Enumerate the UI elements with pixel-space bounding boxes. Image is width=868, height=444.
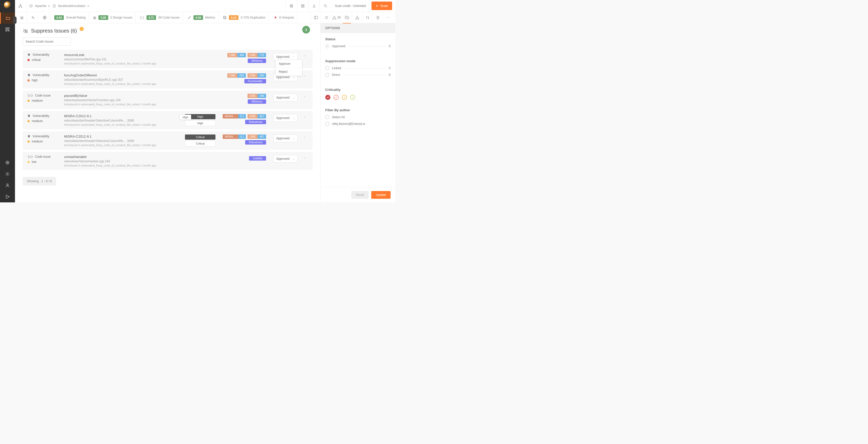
svg-point-11 [290, 5, 291, 5]
issue-path[interactable]: velox/expression/VectorFunction.cpp 104 [64, 98, 242, 102]
author-section-label: Filter By author [325, 108, 391, 112]
metric-overall[interactable]: 4.43Overall Rating [51, 12, 89, 23]
status-dropdown-menu: ApproveReject [275, 60, 302, 76]
svg-point-19 [292, 7, 293, 7]
update-button[interactable]: Update [371, 191, 391, 199]
search-icon[interactable] [319, 0, 331, 12]
info-icon[interactable]: i [80, 27, 84, 31]
grid-icon-2[interactable] [297, 0, 308, 12]
issue-tags: CWE628CWE683 Functionality [227, 73, 266, 83]
more-icon[interactable]: ⌄ [303, 114, 308, 118]
globe-icon[interactable] [43, 15, 47, 20]
grid-icon-1[interactable] [285, 0, 297, 12]
breadcrumb-repo[interactable]: facebookincubator [58, 4, 86, 8]
filter-count-badge: 2 [302, 26, 310, 34]
issue-name[interactable]: resourceLeak [64, 53, 222, 57]
expand-rail-button[interactable]: › [13, 16, 17, 24]
criticality-low[interactable] [350, 95, 355, 100]
issue-kind: Vulnerability [27, 73, 58, 77]
more-icon[interactable]: ⌄ [303, 156, 308, 159]
rail-item-user[interactable] [0, 180, 15, 191]
issue-path[interactable]: velox/dwio/dwrf/common/ByteRLE.cpp 307 [64, 78, 222, 81]
scan-button[interactable]: Scan [371, 2, 392, 10]
qr-icon [5, 27, 10, 32]
criticality-medium[interactable] [342, 95, 347, 100]
metric-dup[interactable]: 3.143.72% Duplication [220, 12, 269, 23]
suppression-section-label: Suppression mode [325, 59, 391, 63]
dropdown-reject[interactable]: Reject [276, 68, 302, 76]
pulse-icon[interactable] [31, 15, 35, 20]
issue-name[interactable]: passedByValue [64, 94, 242, 98]
issue-row: {x}Code issue medium passedByValue velox… [23, 91, 313, 109]
svg-rect-28 [314, 16, 317, 19]
tool-panel[interactable] [311, 12, 321, 23]
issue-kind: {x}Code issue [27, 94, 58, 97]
rail-item-qr[interactable] [0, 24, 15, 35]
search-input[interactable] [23, 37, 71, 46]
more-icon[interactable]: ⌄ [303, 94, 308, 98]
criticality-high[interactable] [334, 95, 339, 100]
play-icon [376, 4, 379, 7]
metric-metrics[interactable]: 4.58Metrics [184, 12, 219, 23]
issue-path[interactable]: velox/dwio/dwrf/reader/SelectiveColumnRe… [64, 139, 179, 143]
status-dropdown[interactable]: Approved⌄ [273, 155, 298, 163]
issue-path[interactable]: velox/dwio/dwrf/reader/SelectiveColumnRe… [64, 119, 179, 122]
tool-alerts[interactable]: 39 [331, 12, 342, 23]
author-select-all[interactable]: Select All [325, 115, 391, 119]
issue-name[interactable]: unreadVariable [64, 155, 243, 159]
issue-tags: MISRA …9.1CWE457 Robustness [223, 114, 266, 124]
author-item[interactable]: Alfej.Momin@Embold.Io [325, 122, 391, 126]
tool-more[interactable] [383, 12, 393, 23]
svg-rect-0 [6, 28, 7, 29]
chevron-down-icon: ⌄ [293, 137, 295, 140]
issue-name[interactable]: funcArgOrderDifferent [64, 73, 222, 77]
reset-button[interactable]: Reset [351, 191, 369, 199]
more-icon[interactable]: ⌄ [303, 135, 308, 139]
status-dropdown[interactable]: Approved⌄ [273, 94, 298, 101]
tool-compare[interactable] [362, 12, 373, 23]
metric-hotspots[interactable]: 0 Hotspots [270, 12, 297, 23]
grid-icon[interactable]: ▦ [20, 15, 24, 20]
issue-severity: low [27, 160, 58, 164]
dropdown-approve[interactable]: Approve [276, 60, 302, 68]
tool-warn2[interactable] [352, 12, 362, 23]
svg-rect-21 [303, 4, 304, 5]
issue-intro: Introduced in automated_fixup_code_of_co… [64, 143, 179, 147]
issue-row: High Vulnerability medium MISRA-C2012-9.… [23, 111, 313, 129]
tool-filter[interactable] [373, 12, 383, 23]
issue-path[interactable]: velox/exec/VectorHasher.cpp 164 [64, 160, 243, 163]
status-dropdown[interactable]: Approved⌄ [273, 135, 298, 142]
suppression-linked-row[interactable]: Linked 0 [325, 66, 391, 70]
app-logo [4, 2, 11, 9]
rail-item-logout[interactable] [0, 191, 15, 202]
metric-code[interactable]: {×}4.7139 Code Issues [137, 12, 183, 23]
issue-name[interactable]: MISRA-C2012-9.1 [64, 135, 179, 138]
suppression-direct-row[interactable]: Direct 6 [325, 73, 391, 77]
scan-credit: Scan credit : Unlimited [331, 4, 369, 8]
more-icon[interactable]: ⌄ [303, 74, 308, 77]
severity-pill: Critical [185, 141, 215, 146]
more-icon[interactable]: ⌄ [303, 54, 308, 57]
issue-path[interactable]: velox/common/file/File.cpp 241 [64, 58, 222, 61]
rail-item-settings[interactable] [0, 168, 15, 180]
tool-list[interactable] [321, 12, 331, 23]
hierarchy-icon[interactable] [18, 4, 23, 8]
issue-tags: CWE404CWE775 Efficiency [227, 53, 266, 63]
download-icon[interactable] [308, 0, 319, 12]
status-dropdown[interactable]: Approved⌄ [273, 114, 298, 122]
criticality-critical[interactable] [325, 95, 331, 100]
brackets-icon: {×} [140, 15, 145, 20]
tool-suppress[interactable] [342, 12, 352, 23]
svg-point-13 [292, 5, 293, 5]
issue-row: Vulnerability high funcArgOrderDifferent… [23, 70, 313, 89]
issue-intro: Introduced in automated_fixup_code_of_co… [64, 164, 243, 167]
chevron-right-icon: ▶ [48, 4, 51, 7]
breadcrumb-org[interactable]: Apache [35, 4, 46, 8]
status-approved-row[interactable]: ✓ Approved 6 [325, 44, 391, 48]
metric-design[interactable]: ▣5.000 Design Issues [90, 12, 135, 23]
rail-item-target[interactable] [0, 157, 15, 168]
svg-point-33 [388, 17, 389, 18]
issue-name[interactable]: MISRA-C2012-9.1 [64, 114, 179, 118]
svg-point-18 [291, 7, 292, 7]
svg-point-9 [21, 7, 22, 7]
